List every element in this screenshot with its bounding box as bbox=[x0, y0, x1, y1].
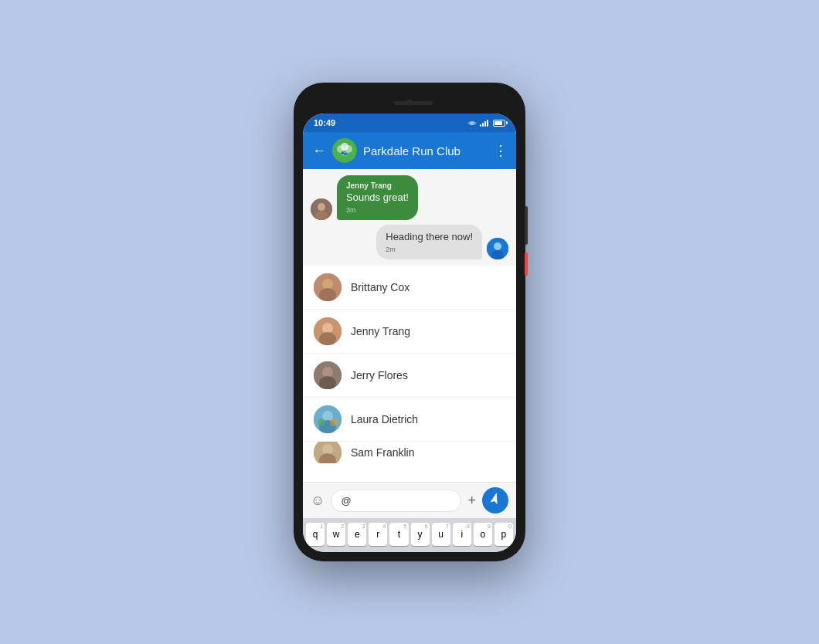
phone-screen: 10:49 bbox=[303, 114, 516, 552]
svg-point-7 bbox=[315, 211, 328, 220]
volume-button bbox=[525, 253, 528, 276]
outgoing-bubble: Heading there now! 2m bbox=[376, 225, 482, 259]
group-avatar: 👟 bbox=[332, 138, 357, 163]
user-avatar bbox=[487, 238, 508, 259]
key-r[interactable]: 4 r bbox=[369, 523, 387, 546]
avatar bbox=[314, 442, 342, 463]
wifi-icon bbox=[467, 119, 477, 127]
status-time: 10:49 bbox=[314, 118, 335, 127]
key-t[interactable]: 5 t bbox=[389, 523, 408, 546]
incoming-bubble: Jenny Trang Sounds great! 3m bbox=[337, 175, 418, 220]
mention-name: Jerry Flores bbox=[351, 369, 408, 381]
power-button bbox=[525, 206, 528, 245]
mention-name: Laura Dietrich bbox=[351, 413, 418, 425]
key-q[interactable]: 1 q bbox=[306, 523, 325, 546]
bubble-time: 3m bbox=[346, 206, 409, 214]
group-icon: 👟 bbox=[332, 138, 357, 163]
bubble-text: Heading there now! bbox=[386, 231, 473, 244]
status-icons bbox=[467, 119, 505, 127]
svg-point-9 bbox=[494, 242, 501, 250]
key-u[interactable]: 7 u bbox=[432, 523, 450, 546]
mention-name: Brittany Cox bbox=[351, 281, 410, 293]
phone-notch bbox=[303, 92, 516, 114]
messages-container: Jenny Trang Sounds great! 3m Heading the… bbox=[303, 169, 516, 266]
phone-device: 10:49 bbox=[294, 83, 525, 561]
key-o[interactable]: 9 o bbox=[474, 523, 492, 546]
bubble-text: Sounds great! bbox=[346, 192, 409, 205]
battery-icon bbox=[493, 120, 505, 127]
svg-point-12 bbox=[322, 279, 333, 290]
mention-item[interactable]: Sam Franklin bbox=[303, 442, 516, 463]
avatar bbox=[314, 361, 342, 389]
bubble-time: 2m bbox=[386, 246, 473, 253]
message-row: Jenny Trang Sounds great! 3m bbox=[311, 175, 508, 220]
key-w[interactable]: 2 w bbox=[327, 523, 345, 546]
app-bar-title: Parkdale Run Club bbox=[363, 144, 488, 158]
svg-text:👟: 👟 bbox=[341, 148, 348, 156]
avatar bbox=[487, 238, 508, 259]
svg-point-26 bbox=[322, 444, 333, 455]
at-symbol: @ bbox=[341, 495, 351, 507]
message-input[interactable]: @ bbox=[331, 490, 461, 512]
send-arrow-icon bbox=[486, 491, 503, 508]
more-options-button[interactable]: ⋮ bbox=[494, 142, 507, 159]
svg-point-10 bbox=[491, 250, 504, 259]
app-bar: ← 👟 Parkdale Run Club ⋮ bbox=[303, 132, 516, 169]
mention-list: Brittany Cox Jenny Trang bbox=[303, 266, 516, 482]
message-row-outgoing: Heading there now! 2m bbox=[311, 225, 508, 259]
send-button[interactable] bbox=[482, 487, 508, 514]
svg-point-18 bbox=[322, 367, 333, 378]
chat-area: Jenny Trang Sounds great! 3m Heading the… bbox=[303, 169, 516, 482]
emoji-button[interactable]: ☺ bbox=[311, 493, 325, 509]
mention-item[interactable]: Brittany Cox bbox=[303, 266, 516, 310]
mention-item[interactable]: Laura Dietrich bbox=[303, 398, 516, 442]
mention-name: Sam Franklin bbox=[351, 446, 414, 459]
avatar bbox=[314, 405, 342, 433]
key-e[interactable]: 3 e bbox=[348, 523, 366, 546]
back-button[interactable]: ← bbox=[312, 143, 326, 159]
avatar bbox=[314, 273, 342, 301]
input-bar: ☺ @ + bbox=[303, 482, 516, 518]
avatar bbox=[311, 198, 332, 220]
key-p[interactable]: 0 p bbox=[494, 523, 513, 546]
mention-name: Jenny Trang bbox=[351, 325, 410, 337]
add-button[interactable]: + bbox=[467, 493, 476, 509]
svg-point-24 bbox=[330, 419, 338, 426]
key-y[interactable]: 6 y bbox=[411, 523, 430, 546]
bubble-sender: Jenny Trang bbox=[346, 181, 409, 190]
keyboard-row-1: 1 q 2 w 3 e 4 r 5 t bbox=[306, 523, 513, 546]
signal-icon bbox=[480, 119, 488, 127]
mention-item[interactable]: Jenny Trang bbox=[303, 310, 516, 354]
key-i[interactable]: 8 i bbox=[453, 523, 471, 546]
svg-point-6 bbox=[318, 203, 325, 211]
jenny-avatar bbox=[311, 198, 332, 220]
send-icon bbox=[486, 491, 504, 510]
speaker bbox=[394, 101, 433, 105]
avatar bbox=[314, 317, 342, 345]
mention-item[interactable]: Jerry Flores bbox=[303, 354, 516, 398]
svg-point-23 bbox=[318, 419, 325, 426]
keyboard: 1 q 2 w 3 e 4 r 5 t bbox=[303, 518, 516, 552]
svg-point-15 bbox=[322, 323, 333, 334]
status-bar: 10:49 bbox=[303, 114, 516, 132]
